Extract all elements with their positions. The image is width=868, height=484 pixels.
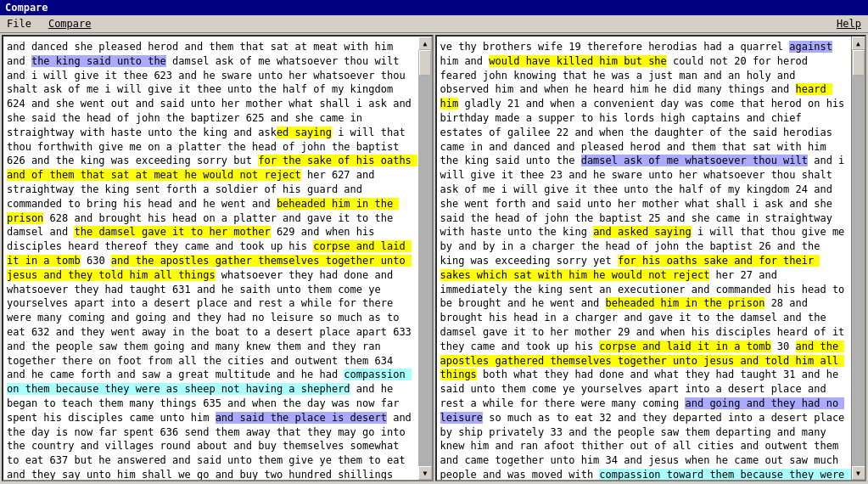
right-scroll-thumb[interactable]: [853, 50, 865, 76]
right-scroll-up[interactable]: ▲: [852, 37, 865, 50]
right-pane: ve thy brothers wife 19 therefore herodi…: [435, 35, 867, 481]
menu-help[interactable]: Help: [833, 17, 865, 31]
right-text-content[interactable]: ve thy brothers wife 19 therefore herodi…: [437, 37, 852, 480]
title-bar: Compare: [0, 0, 868, 15]
left-scroll-thumb[interactable]: [419, 50, 431, 76]
left-scroll-down[interactable]: ▼: [418, 466, 432, 480]
menu-file[interactable]: File: [3, 17, 35, 31]
left-pane: and danced she pleased herod and them th…: [2, 35, 434, 481]
menu-compare[interactable]: Compare: [45, 17, 95, 31]
left-scroll-up[interactable]: ▲: [418, 37, 432, 50]
content-area: and danced she pleased herod and them th…: [0, 33, 868, 483]
title-label: Compare: [5, 2, 48, 14]
right-scroll-down[interactable]: ▼: [852, 466, 865, 480]
right-scrollbar[interactable]: ▲ ▼: [851, 37, 865, 480]
right-scroll-track: [852, 50, 865, 466]
menu-bar: File Compare Help: [0, 15, 868, 33]
left-scrollbar[interactable]: ▲ ▼: [418, 37, 432, 480]
left-text-content[interactable]: and danced she pleased herod and them th…: [3, 37, 418, 480]
left-scroll-track: [418, 50, 432, 466]
